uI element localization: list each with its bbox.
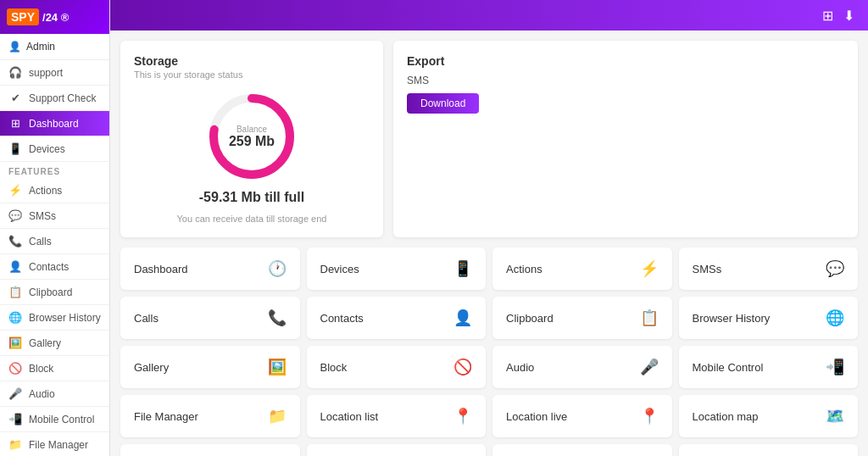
feature-location-list-label: Location list [320,410,379,423]
storage-card: Storage This is your storage status Bala… [120,41,383,237]
feature-file-manager-label: File Manager [134,410,198,423]
feature-mobile-control-label: Mobile Control [693,361,764,374]
feature-card-dashboard[interactable]: Dashboard 🕐 [120,247,300,290]
feature-card-screen[interactable]: Screen 🖥️ [307,444,487,456]
feature-card-location-list[interactable]: Location list 📍 [307,395,487,437]
user-label: Admin [26,41,55,53]
sidebar-item-gallery-label: Gallery [29,337,61,349]
logo-text: /24 ® [42,11,69,24]
feature-location-map-label: Location map [693,410,759,423]
sidebar-item-block-label: Block [29,363,53,375]
sidebar: SPY /24 ® 👤 Admin 🎧 support ✔ Support Ch… [0,0,110,456]
sidebar-item-calls[interactable]: 📞 Calls [0,229,109,254]
feature-card-mobile-control[interactable]: Mobile Control 📲 [679,346,859,388]
feature-calls-icon: 📞 [268,309,287,327]
top-cards: Storage This is your storage status Bala… [120,41,858,237]
sidebar-item-browser-history[interactable]: 🌐 Browser History [0,305,109,331]
smss-icon: 💬 [8,209,22,222]
mobile-control-icon: 📲 [8,413,22,425]
feature-dashboard-label: Dashboard [134,263,188,275]
feature-devices-icon: 📱 [453,259,472,278]
feature-card-keylogger[interactable]: Keylogger ⌨️ [679,444,859,456]
feature-card-calls[interactable]: Calls 📞 [120,297,300,339]
feature-card-block[interactable]: Block 🚫 [307,346,487,388]
feature-clipboard-icon: 📋 [640,309,659,327]
feature-card-clipboard[interactable]: Clipboard 📋 [492,297,672,339]
feature-card-location-live[interactable]: Location live 📍 [492,395,672,437]
feature-browser-history-icon: 🌐 [826,309,844,327]
feature-location-map-icon: 🗺️ [826,407,844,425]
feature-audio-icon: 🎤 [640,358,659,376]
feature-card-browser-history[interactable]: Browser History 🌐 [679,297,859,339]
feature-card-messengers[interactable]: Messengers 💬 [492,444,672,456]
support-check-icon: ✔ [8,92,22,104]
file-manager-icon: 📁 [8,438,22,451]
feature-location-live-label: Location live [506,410,567,423]
feature-card-gallery[interactable]: Gallery 🖼️ [120,346,300,388]
sidebar-user: 👤 Admin [0,34,109,60]
sidebar-item-support-check[interactable]: ✔ Support Check [0,86,109,111]
sidebar-item-support-check-label: Support Check [29,92,96,104]
donut-value: 259 Mb [229,134,275,149]
download-button[interactable]: Download [407,93,479,114]
sidebar-item-file-manager[interactable]: 📁 File Manager [0,432,109,456]
feature-calls-label: Calls [134,312,159,325]
sidebar-item-actions[interactable]: ⚡ Actions [0,178,109,203]
feature-card-devices[interactable]: Devices 📱 [307,247,487,290]
storage-title: Storage [134,54,370,68]
sidebar-item-support[interactable]: 🎧 support [0,60,109,86]
sidebar-item-mobile-control[interactable]: 📲 Mobile Control [0,407,109,432]
feature-block-label: Block [320,361,348,374]
feature-location-list-icon: 📍 [453,407,472,425]
top-bar: ⊞ ⬇ [110,0,868,31]
donut-container: Balance 259 Mb -59.31 Mb till full You c… [134,90,370,224]
sidebar-item-browser-history-label: Browser History [29,312,101,324]
block-icon: 🚫 [8,362,22,375]
feature-card-payment-history[interactable]: Payment History 💳 [120,444,300,456]
feature-card-file-manager[interactable]: File Manager 📁 [120,395,300,437]
export-title: Export [407,54,844,68]
devices-icon: 📱 [8,142,22,155]
sidebar-item-devices-label: Devices [29,143,65,155]
feature-card-contacts[interactable]: Contacts 👤 [307,297,487,339]
feature-devices-label: Devices [320,263,359,275]
sidebar-item-audio[interactable]: 🎤 Audio [0,381,109,407]
feature-gallery-label: Gallery [134,361,169,374]
feature-card-actions[interactable]: Actions ⚡ [492,247,672,290]
expand-icon[interactable]: ⊞ [822,8,833,24]
sidebar-item-dashboard-label: Dashboard [29,118,79,130]
feature-smss-label: SMSs [693,263,722,275]
feature-clipboard-label: Clipboard [506,312,554,325]
sidebar-item-clipboard[interactable]: 📋 Clipboard [0,280,109,305]
export-card: Export SMS Download [393,41,858,237]
donut-label: Balance [229,125,275,134]
storage-negative: -59.31 Mb till full [199,190,304,205]
feature-card-location-map[interactable]: Location map 🗺️ [679,395,859,437]
feature-contacts-icon: 👤 [453,309,472,327]
download-icon[interactable]: ⬇ [843,8,854,24]
sidebar-item-smss-label: SMSs [29,210,56,222]
clipboard-icon: 📋 [8,286,22,298]
sidebar-item-dashboard[interactable]: ⊞ Dashboard [0,111,109,136]
sidebar-item-calls-label: Calls [29,236,52,247]
sidebar-item-gallery[interactable]: 🖼️ Gallery [0,331,109,356]
feature-mobile-control-icon: 📲 [826,358,844,376]
storage-subtitle: This is your storage status [134,70,370,80]
export-sms-label: SMS [407,75,844,86]
sidebar-logo: SPY /24 ® [0,0,109,34]
content-area: Storage This is your storage status Bala… [110,31,868,456]
sidebar-item-contacts[interactable]: 👤 Contacts [0,254,109,280]
dashboard-icon: ⊞ [8,117,22,130]
donut-wrap: Balance 259 Mb [205,90,298,183]
sidebar-item-mobile-control-label: Mobile Control [29,414,94,425]
feature-location-live-icon: 📍 [640,407,659,425]
storage-sub: You can receive data till storage end [177,214,327,224]
sidebar-item-smss[interactable]: 💬 SMSs [0,203,109,229]
feature-card-audio[interactable]: Audio 🎤 [492,346,672,388]
sidebar-item-devices[interactable]: 📱 Devices [0,136,109,162]
sidebar-item-block[interactable]: 🚫 Block [0,356,109,381]
main-content: ⊞ ⬇ Storage This is your storage status … [110,0,868,456]
feature-browser-history-label: Browser History [693,312,771,325]
feature-actions-icon: ⚡ [640,259,659,278]
feature-card-smss[interactable]: SMSs 💬 [679,247,859,290]
